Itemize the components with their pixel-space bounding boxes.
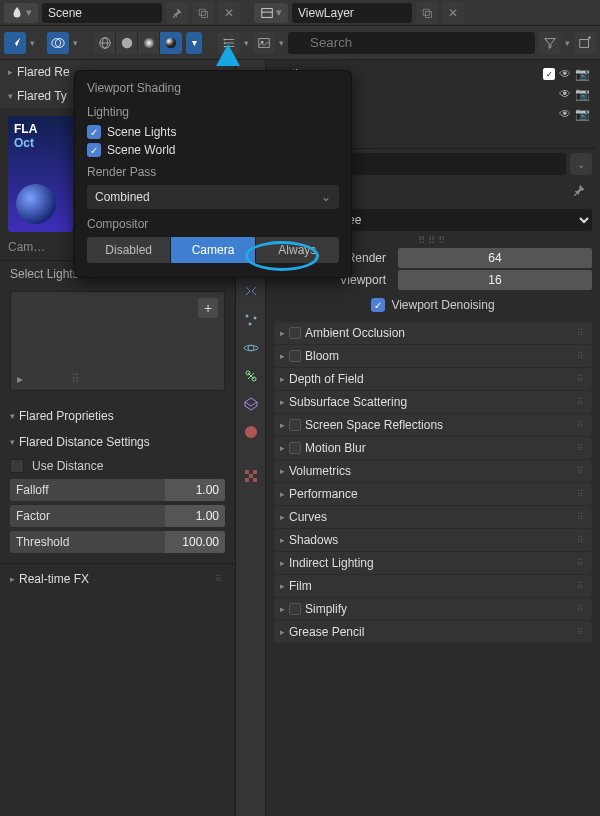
lighting-section-label: Lighting [87,105,339,119]
overlays-button[interactable] [47,32,69,54]
viewport-shading-popover: Viewport Shading Lighting ✓Scene Lights … [74,70,352,278]
factor-row[interactable]: Factor1.00 [10,505,225,527]
eye-icon[interactable]: 👁 [559,107,571,121]
close-scene-icon[interactable]: ✕ [218,2,240,24]
compositor-always-option[interactable]: Always [256,237,339,263]
viewport-denoise-checkbox[interactable]: ✓ [371,298,385,312]
ao-checkbox[interactable] [289,327,301,339]
copy-viewlayer-icon[interactable] [416,2,438,24]
engine-select[interactable]: Eevee [317,209,592,231]
bloom-checkbox[interactable] [289,350,301,362]
panel-bloom[interactable]: ▸Bloom⠿ [274,345,592,367]
outliner-search-wrap [288,32,535,54]
realtime-fx-header[interactable]: ▸Real-time FX⠿ [0,564,235,594]
filter-button[interactable] [539,32,561,54]
eye-icon[interactable]: 👁 [559,67,571,81]
image-display-button[interactable] [253,32,275,54]
viewport-denoise-label: Viewport Denoising [391,298,494,312]
play-icon[interactable]: ▸ [17,372,23,386]
flared-distance-header[interactable]: ▾Flared Distance Settings [0,429,235,455]
flared-proprieties-header[interactable]: ▾Flared Proprieties [0,403,235,429]
panel-performance[interactable]: ▸Performance⠿ [274,483,592,505]
svg-point-11 [121,37,132,48]
scene-world-row[interactable]: ✓Scene World [87,143,339,157]
svg-point-39 [253,317,256,320]
close-viewlayer-icon[interactable]: ✕ [442,2,464,24]
ssr-checkbox[interactable] [289,419,301,431]
mb-checkbox[interactable] [289,442,301,454]
svg-rect-49 [245,478,249,482]
matprev-mode-icon[interactable] [138,32,160,54]
rendered-mode-icon[interactable] [160,32,182,54]
panel-motion-blur[interactable]: ▸Motion Blur⠿ [274,437,592,459]
gizmo-button[interactable] [4,32,26,54]
tab-constraints-icon[interactable] [241,366,261,386]
pin-panel-icon[interactable] [568,179,590,201]
tab-modifier-icon[interactable] [241,282,261,302]
thumb-title2: Oct [14,136,67,150]
wireframe-mode-icon[interactable] [94,32,116,54]
falloff-row[interactable]: Falloff1.00 [10,479,225,501]
new-collection-button[interactable] [574,32,596,54]
tab-data-icon[interactable] [241,394,261,414]
viewlayer-icon-button[interactable]: ▾ [254,3,288,23]
svg-rect-1 [202,11,208,17]
pin-icon[interactable] [166,2,188,24]
compositor-section-label: Compositor [87,217,339,231]
panel-sss[interactable]: ▸Subsurface Scattering⠿ [274,391,592,413]
outliner-search-input[interactable] [288,32,535,54]
eye-icon[interactable]: 👁 [559,87,571,101]
svg-rect-50 [253,478,257,482]
tab-material-icon[interactable] [241,422,261,442]
camera-toggle-icon[interactable]: 📷 [575,67,590,81]
panel-indirect-lighting[interactable]: ▸Indirect Lighting⠿ [274,552,592,574]
panel-ambient-occlusion[interactable]: ▸Ambient Occlusion⠿ [274,322,592,344]
panel-shadows[interactable]: ▸Shadows⠿ [274,529,592,551]
threshold-row[interactable]: Threshold100.00 [10,531,225,553]
scene-icon-button[interactable]: ▾ [4,3,38,23]
simplify-checkbox[interactable] [289,603,301,615]
panel-ssr[interactable]: ▸Screen Space Reflections⠿ [274,414,592,436]
tab-texture-icon[interactable] [241,466,261,486]
use-distance-row[interactable]: Use Distance [0,455,235,477]
svg-point-42 [244,346,258,351]
svg-rect-47 [253,470,257,474]
camera-toggle-icon[interactable]: 📷 [575,87,590,101]
layers-icon [260,6,274,20]
svg-point-12 [143,37,154,48]
scene-lights-row[interactable]: ✓Scene Lights [87,125,339,139]
svg-rect-2 [262,8,273,17]
copy-scene-icon[interactable] [192,2,214,24]
add-light-button[interactable]: + [198,298,218,318]
scene-world-checkbox[interactable]: ✓ [87,143,101,157]
solid-mode-icon[interactable] [116,32,138,54]
lights-preview: + ▸ ⠿ [10,291,225,391]
compositor-disabled-option[interactable]: Disabled [87,237,171,263]
panel-simplify[interactable]: ▸Simplify⠿ [274,598,592,620]
scene-lights-checkbox[interactable]: ✓ [87,125,101,139]
compositor-camera-option[interactable]: Camera [171,237,255,263]
svg-rect-24 [580,39,589,47]
panel-volumetrics[interactable]: ▸Volumetrics⠿ [274,460,592,482]
tab-physics-icon[interactable] [241,338,261,358]
panel-curves[interactable]: ▸Curves⠿ [274,506,592,528]
panel-depth-of-field[interactable]: ▸Depth of Field⠿ [274,368,592,390]
use-distance-label: Use Distance [32,459,103,473]
panel-grease-pencil[interactable]: ▸Grease Pencil⠿ [274,621,592,643]
flare-thumbnail[interactable]: FLA Oct [8,116,73,232]
viewport-header: ▾ ▾ ▾ ▾ ▾ ▾ [0,26,600,60]
options-button[interactable]: ⌄ [570,153,592,175]
scene-select[interactable] [42,3,162,23]
render-pass-select[interactable]: Combined⌄ [87,185,339,209]
popover-title: Viewport Shading [87,81,339,95]
panel-film[interactable]: ▸Film⠿ [274,575,592,597]
svg-rect-5 [426,11,432,17]
viewlayer-select[interactable] [292,3,412,23]
camera-toggle-icon[interactable]: 📷 [575,107,590,121]
shading-dropdown-button[interactable]: ▾ [186,32,202,54]
use-distance-checkbox[interactable] [10,459,24,473]
enable-checkbox[interactable]: ✓ [543,68,555,80]
tab-particles-icon[interactable] [241,310,261,330]
svg-rect-4 [423,9,429,15]
svg-rect-48 [249,474,253,478]
